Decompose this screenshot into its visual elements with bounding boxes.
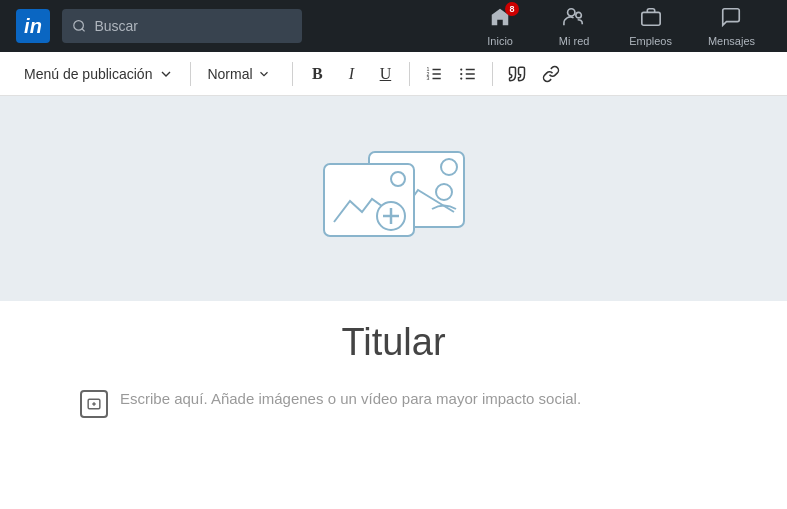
svg-rect-4 <box>641 12 659 25</box>
cover-image-placeholder <box>314 144 474 254</box>
publish-menu[interactable]: Menú de publicación <box>16 60 182 88</box>
nav-label-mensajes: Mensajes <box>708 35 755 47</box>
svg-point-3 <box>576 12 582 18</box>
body-placeholder[interactable]: Escribe aquí. Añade imágenes o un vídeo … <box>120 388 707 411</box>
add-media-icon <box>87 397 101 411</box>
publish-menu-label: Menú de publicación <box>24 66 152 82</box>
divider-1 <box>190 62 191 86</box>
search-icon <box>72 18 86 34</box>
link-icon <box>542 65 560 83</box>
svg-text:3: 3 <box>427 75 430 81</box>
home-icon: 8 <box>489 6 511 33</box>
cover-area[interactable] <box>0 96 787 301</box>
nav-item-inicio[interactable]: 8 Inicio <box>465 0 535 52</box>
nav-items: 8 Inicio Mi red Empleos <box>465 0 771 52</box>
divider-4 <box>492 62 493 86</box>
editor-toolbar: Menú de publicación Normal B I U 1 2 3 <box>0 52 787 96</box>
underline-button[interactable]: U <box>369 58 401 90</box>
chevron-down-icon <box>158 66 174 82</box>
ordered-list-icon: 1 2 3 <box>425 65 443 83</box>
italic-button[interactable]: I <box>335 58 367 90</box>
add-media-button[interactable] <box>80 390 108 418</box>
nav-label-empleos: Empleos <box>629 35 672 47</box>
inicio-badge: 8 <box>505 2 519 16</box>
content-area: Titular Escribe aquí. Añade imágenes o u… <box>0 301 787 418</box>
bold-button[interactable]: B <box>301 58 333 90</box>
divider-2 <box>292 62 293 86</box>
quote-button[interactable] <box>501 58 533 90</box>
extra-buttons <box>501 58 567 90</box>
search-input[interactable] <box>94 18 292 34</box>
search-bar[interactable] <box>62 9 302 43</box>
article-title[interactable]: Titular <box>80 321 707 364</box>
article-body: Escribe aquí. Añade imágenes o un vídeo … <box>80 388 707 418</box>
svg-point-17 <box>461 77 463 79</box>
network-icon <box>563 6 585 33</box>
nav-item-mi-red[interactable]: Mi red <box>539 0 609 52</box>
svg-point-16 <box>461 72 463 74</box>
logo-text: in <box>24 15 42 38</box>
link-button[interactable] <box>535 58 567 90</box>
style-label: Normal <box>207 66 252 82</box>
unordered-list-icon <box>459 65 477 83</box>
nav-label-inicio: Inicio <box>487 35 513 47</box>
divider-3 <box>409 62 410 86</box>
nav-item-mensajes[interactable]: Mensajes <box>692 0 771 52</box>
svg-point-15 <box>461 68 463 70</box>
unordered-list-button[interactable] <box>452 58 484 90</box>
list-buttons: 1 2 3 <box>418 58 484 90</box>
jobs-icon <box>640 6 662 33</box>
messages-icon <box>720 6 742 33</box>
format-buttons: B I U <box>301 58 401 90</box>
svg-point-0 <box>74 21 84 31</box>
quote-icon <box>508 65 526 83</box>
svg-point-2 <box>568 8 575 15</box>
nav-item-empleos[interactable]: Empleos <box>613 0 688 52</box>
linkedin-logo[interactable]: in <box>16 9 50 43</box>
nav-label-mi-red: Mi red <box>559 35 590 47</box>
style-chevron-icon <box>257 67 271 81</box>
style-dropdown[interactable]: Normal <box>199 62 284 86</box>
top-navigation: in 8 Inicio Mi red <box>0 0 787 52</box>
svg-line-1 <box>82 29 85 32</box>
ordered-list-button[interactable]: 1 2 3 <box>418 58 450 90</box>
